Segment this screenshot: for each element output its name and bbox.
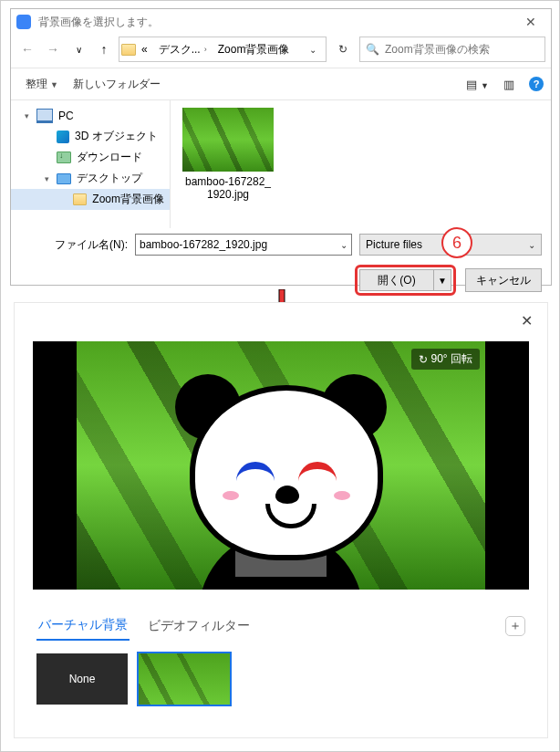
path-segment-2[interactable]: Zoom背景画像 (213, 40, 296, 59)
refresh-button[interactable]: ↻ (330, 43, 356, 56)
filename-value: bamboo-167282_1920.jpg (140, 238, 267, 251)
chevron-down-icon: ▼ (50, 80, 58, 89)
chevron-down-icon: ▾ (22, 111, 31, 120)
desktop-icon (57, 173, 71, 184)
search-input[interactable]: 🔍 Zoom背景画像の検索 (359, 37, 545, 62)
breadcrumb-path[interactable]: « デスク...› Zoom背景画像 ⌄ (119, 37, 327, 62)
none-label: None (69, 673, 96, 685)
tree-item-label: ダウンロード (77, 150, 142, 165)
nav-back-button[interactable]: ← (16, 38, 38, 60)
pc-icon (36, 109, 53, 123)
dialog-titlebar: 背景画像を選択します。 ✕ (11, 9, 551, 35)
close-icon[interactable]: ✕ (513, 308, 540, 333)
avatar-panda-illustration (153, 367, 409, 590)
zoom-background-settings-panel: ✕ ↻ 90° 回転 バーチャル背景 ビデオフィルター (14, 302, 548, 738)
tree-item-desktop[interactable]: ▾デスクトップ (11, 168, 170, 189)
open-button[interactable]: 開く(O) (359, 269, 434, 291)
dialog-title: 背景画像を選択します。 (38, 15, 159, 30)
path-ellipsis[interactable]: « (136, 41, 153, 57)
download-folder-icon (57, 151, 71, 163)
help-icon[interactable]: ? (529, 77, 544, 91)
file-thumbnail (182, 108, 274, 172)
organize-button[interactable]: 整理▼ (18, 73, 66, 96)
tree-item-label: デスクトップ (77, 171, 142, 186)
tree-item-3d-objects[interactable]: 3D オブジェクト (11, 126, 170, 147)
zoom-app-icon (16, 15, 31, 29)
background-option-none[interactable]: None (36, 653, 128, 705)
folder-icon (73, 193, 88, 205)
open-split-caret[interactable]: ▼ (434, 269, 451, 291)
path-segment-1-label: デスク... (159, 42, 201, 57)
rotate-90-button[interactable]: ↻ 90° 回転 (411, 349, 480, 370)
tree-item-zoom-bg-folder[interactable]: Zoom背景画像 (11, 189, 170, 210)
chevron-down-icon: ⌄ (528, 240, 535, 250)
settings-tabs: バーチャル背景 ビデオフィルター ＋ (36, 611, 525, 641)
search-icon: 🔍 (366, 43, 379, 56)
organize-label: 整理 (26, 78, 47, 90)
nav-recent-caret[interactable]: ∨ (67, 38, 89, 60)
file-type-label: Picture files (366, 238, 422, 251)
filename-label: ファイル名(N): (20, 237, 128, 253)
dialog-nav-row: ← → ∨ ↑ « デスク...› Zoom背景画像 ⌄ ↻ 🔍 Zoom背景画… (11, 35, 551, 68)
tree-item-downloads[interactable]: ダウンロード (11, 147, 170, 168)
tree-item-label: PC (58, 110, 74, 122)
tree-item-pc[interactable]: ▾PC (11, 106, 170, 126)
background-thumbnail-image (139, 653, 230, 705)
cancel-button[interactable]: キャンセル (465, 268, 542, 292)
cube-icon (57, 131, 69, 143)
step-number-badge: 6 (441, 227, 472, 258)
tab-virtual-background[interactable]: バーチャル背景 (36, 611, 130, 641)
chevron-down-icon[interactable]: ⌄ (340, 240, 347, 250)
file-name-label: bamboo-167282_ 1920.jpg (178, 175, 278, 202)
file-list[interactable]: bamboo-167282_ 1920.jpg (171, 100, 551, 228)
tab-video-filter[interactable]: ビデオフィルター (146, 612, 252, 640)
background-thumbnails-row: None (36, 653, 525, 705)
path-caret-down-icon[interactable]: ⌄ (302, 45, 324, 55)
new-folder-button[interactable]: 新しいフォルダー (66, 73, 168, 96)
folder-icon (121, 44, 136, 56)
background-option-bamboo[interactable] (139, 653, 230, 705)
rotate-label: 90° 回転 (431, 351, 472, 367)
file-item-bamboo[interactable]: bamboo-167282_ 1920.jpg (178, 108, 278, 202)
path-segment-1[interactable]: デスク...› (153, 40, 213, 59)
dialog-footer-buttons-row: 開く(O) ▼ キャンセル (11, 261, 551, 305)
rotate-icon: ↻ (419, 353, 428, 366)
filename-input[interactable]: bamboo-167282_1920.jpg ⌄ (135, 234, 352, 256)
nav-forward-button[interactable]: → (42, 38, 64, 60)
tree-item-label: 3D オブジェクト (75, 129, 158, 144)
chevron-down-icon: ▾ (42, 174, 51, 183)
close-icon[interactable]: ✕ (516, 13, 545, 31)
view-options-button[interactable]: ▤ ▼ (466, 78, 489, 91)
folder-tree: ▾PC 3D オブジェクト ダウンロード ▾デスクトップ Zoom背景画像 (11, 100, 171, 228)
add-background-button[interactable]: ＋ (505, 616, 525, 636)
chevron-right-icon: › (204, 45, 207, 54)
path-segment-2-label: Zoom背景画像 (218, 42, 290, 57)
search-placeholder: Zoom背景画像の検索 (385, 42, 490, 57)
preview-pane-button[interactable]: ▥ (503, 78, 514, 91)
open-button-highlight: 開く(O) ▼ (355, 265, 456, 296)
nav-up-button[interactable]: ↑ (93, 38, 115, 60)
background-preview: ↻ 90° 回転 (33, 341, 529, 590)
tree-item-label: Zoom背景画像 (92, 192, 164, 207)
dialog-toolbar: 整理▼ 新しいフォルダー ▤ ▼ ▥ ? (11, 68, 551, 100)
